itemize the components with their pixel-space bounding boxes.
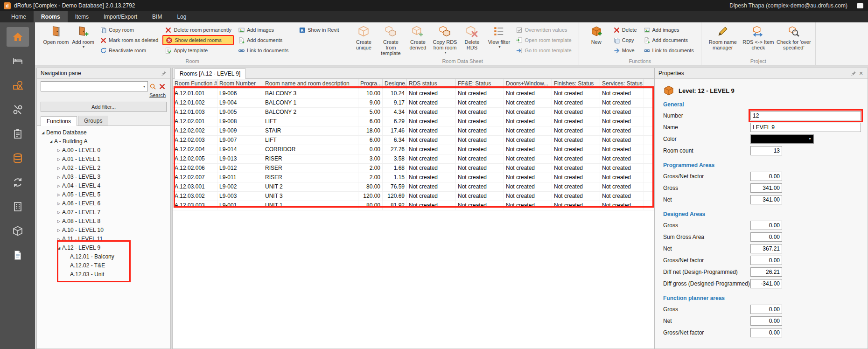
clear-search-icon[interactable] — [157, 82, 167, 91]
tree-collapsed-icon[interactable]: ▷ — [56, 217, 62, 226]
add-documents-button[interactable]: Add documents — [236, 35, 291, 45]
property-input-gross[interactable] — [750, 183, 782, 193]
minimize-icon[interactable] — [857, 3, 863, 8]
table-row[interactable]: A.12.02.006L9-012RISER2.001.68Not create… — [173, 164, 654, 173]
search-icon[interactable] — [148, 82, 157, 91]
table-row[interactable]: A.12.01.003L9-005BALCONY 25.004.34Not cr… — [173, 108, 654, 117]
menu-tab-items[interactable]: Items — [68, 11, 96, 22]
search-link[interactable]: Search — [42, 92, 166, 100]
equipment-icon[interactable] — [7, 100, 29, 119]
table-row[interactable]: A.12.02.005L9-013RISER3.003.58Not create… — [173, 154, 654, 164]
tree-collapsed-icon[interactable]: ▷ — [56, 208, 62, 217]
tree-item-a-08-level-8[interactable]: ▷A.08 - LEVEL 8 — [37, 217, 170, 226]
tree-item-a-12-01-balcony[interactable]: A.12.01 - Balcony — [37, 252, 170, 261]
column-header-room-name-and-room-description[interactable]: Room name and room description — [263, 79, 358, 89]
column-header-room-function[interactable]: Room Function #: — [173, 79, 217, 89]
delete-function-button[interactable]: Delete — [611, 25, 639, 35]
table-row[interactable]: A.12.03.003L9-001UNIT 180.0081.92Not cre… — [173, 201, 654, 210]
tree-collapsed-icon[interactable]: ▷ — [56, 164, 62, 173]
home-icon[interactable] — [7, 27, 29, 47]
property-input-diff-gross-designed-programmed[interactable] — [750, 279, 782, 288]
tree-item-a-12-02-t-e[interactable]: A.12.02 - T&E — [37, 261, 170, 270]
function-link-to-documents-button[interactable]: Link to documents — [641, 45, 696, 56]
tree-item-demo-database[interactable]: ◢Demo Database — [37, 128, 170, 137]
room-name-manager-button[interactable]: Room name manager — [705, 23, 741, 58]
table-row[interactable]: A.12.01.001L9-006BALCONY 310.0010.24Not … — [173, 89, 654, 98]
function-add-images-button[interactable]: Add images — [641, 25, 696, 35]
column-header-finishes-status[interactable]: Finishes: Status — [552, 79, 600, 89]
chevron-down-icon[interactable]: ▾ — [141, 84, 147, 89]
tree-expanded-icon[interactable]: ◢ — [56, 244, 62, 252]
nav-tab-functions[interactable]: Functions — [41, 116, 77, 126]
tree-item-a-03-level-3[interactable]: ▷A.03 - LEVEL 3 — [37, 173, 170, 181]
table-row[interactable]: A.12.02.001L9-008LIFT6.006.29Not created… — [173, 117, 654, 126]
pin-icon[interactable] — [160, 70, 168, 77]
menu-tab-bim[interactable]: BIM — [145, 11, 169, 22]
tree-expanded-icon[interactable]: ◢ — [48, 137, 54, 146]
table-row[interactable]: A.12.02.002L9-009STAIR18.0017.46Not crea… — [173, 126, 654, 136]
tree-item-a-02-level-2[interactable]: ▷A.02 - LEVEL 2 — [37, 164, 170, 173]
color-dropdown[interactable]: ▾ — [750, 134, 814, 144]
delete-rds-button[interactable]: Delete RDS — [458, 23, 485, 58]
menu-tab-import-export[interactable]: Import/Export — [96, 11, 145, 22]
tree-item-a-11-level-11[interactable]: ▷A.11 - LEVEL 11 — [37, 235, 170, 244]
add-room-button[interactable]: Add room ▾ — [70, 23, 97, 58]
show-in-revit-button[interactable]: Show in Revit — [296, 25, 341, 35]
tree-collapsed-icon[interactable]: ▷ — [56, 173, 62, 181]
apply-template-button[interactable]: Apply template — [162, 45, 234, 56]
property-input-net[interactable] — [750, 195, 782, 204]
show-deleted-rooms-toggle[interactable]: Show deleted rooms — [162, 35, 234, 45]
reports-icon[interactable] — [7, 245, 29, 265]
table-row[interactable]: A.12.02.004L9-014CORRIDOR0.0027.76Not cr… — [173, 145, 654, 154]
menu-tab-home[interactable]: Home — [4, 11, 34, 22]
column-header-ff-e-status[interactable]: FF&E: Status — [456, 79, 504, 89]
tree-item-a-building-a[interactable]: ◢A - Building A — [37, 137, 170, 146]
tree-collapsed-icon[interactable]: ▷ — [56, 226, 62, 235]
property-input-gross-net-factor[interactable] — [750, 328, 782, 337]
rooms-document-tab[interactable]: Rooms [A.12 - LEVEL 9] — [175, 68, 245, 79]
property-input-name[interactable] — [750, 123, 861, 132]
copy-rds-from-room-button[interactable]: Copy RDS from room ▾ — [431, 23, 458, 58]
close-icon[interactable]: ✕ — [857, 70, 865, 77]
create-derived-button[interactable]: Create derived — [404, 23, 431, 58]
tree-item-a-12-03-unit[interactable]: A.12.03 - Unit — [37, 270, 170, 279]
menu-tab-rooms[interactable]: Rooms — [34, 11, 68, 22]
property-input-net[interactable] — [750, 316, 782, 326]
tree-item-a-00-level-0[interactable]: ▷A.00 - LEVEL 0 — [37, 146, 170, 155]
tree-item-a-12-level-9[interactable]: ◢A.12 - LEVEL 9 — [37, 244, 170, 252]
rds-item-check-button[interactable]: RDS <-> Item check — [741, 23, 776, 58]
overwritten-values-button[interactable]: Overwritten values — [513, 25, 574, 35]
link-to-documents-button[interactable]: Link to documents — [236, 45, 291, 56]
rooms-icon[interactable] — [7, 51, 29, 71]
property-input-gross[interactable] — [750, 305, 782, 314]
column-header-progra[interactable]: Progra... — [358, 79, 383, 89]
model-icon[interactable] — [7, 221, 29, 241]
create-unique-button[interactable]: Create unique — [350, 23, 377, 58]
menu-tab-log[interactable]: Log — [169, 11, 194, 22]
pin-icon[interactable] — [850, 70, 857, 77]
property-input-gross-net-factor[interactable] — [750, 256, 782, 265]
tree-collapsed-icon[interactable]: ▷ — [56, 155, 62, 164]
tree-collapsed-icon[interactable]: ▷ — [56, 181, 62, 190]
create-from-template-button[interactable]: Create from template — [377, 23, 404, 58]
check-over-specified-button[interactable]: Check for 'over specified' — [776, 23, 812, 58]
tree-collapsed-icon[interactable]: ▷ — [56, 235, 62, 244]
add-images-button[interactable]: Add images — [236, 25, 291, 35]
property-input-diff-net-design-programmed[interactable] — [750, 267, 782, 277]
table-row[interactable]: A.12.03.001L9-002UNIT 280.0076.59Not cre… — [173, 182, 654, 192]
view-filter-button[interactable]: View filter ▾ — [485, 23, 512, 58]
open-room-button[interactable]: Open room — [42, 23, 70, 58]
column-header-designe[interactable]: Designe... — [383, 79, 407, 89]
delete-room-permanently-button[interactable]: Delete room permanently — [162, 25, 234, 35]
column-header-room-number[interactable]: Room Number — [217, 79, 263, 89]
search-input[interactable] — [41, 83, 141, 90]
items-icon[interactable] — [7, 76, 29, 95]
tree-item-a-01-level-1[interactable]: ▷A.01 - LEVEL 1 — [37, 155, 170, 164]
property-input-net[interactable] — [750, 244, 782, 253]
column-header-services-status[interactable]: Services: Status — [600, 79, 644, 89]
reactivate-room-button[interactable]: Reactivate room — [98, 45, 161, 56]
property-input-number[interactable] — [750, 111, 861, 120]
property-input-gross-net-factor[interactable] — [750, 172, 782, 181]
table-row[interactable]: A.12.02.003L9-007LIFT6.006.34Not created… — [173, 136, 654, 145]
documents-icon[interactable] — [7, 124, 29, 144]
